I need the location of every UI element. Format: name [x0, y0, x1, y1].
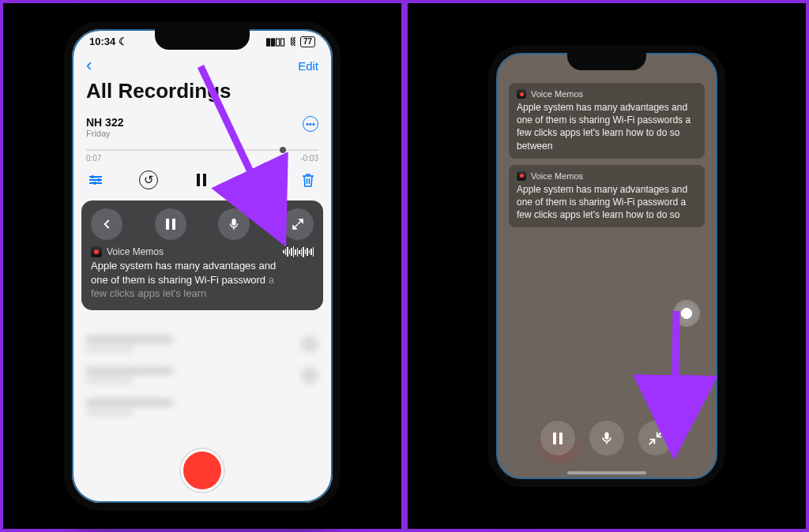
remaining-time: -0:03 [300, 154, 318, 163]
svg-rect-2 [605, 433, 609, 440]
battery-indicator: 77 [300, 36, 315, 47]
fullscreen-pause-button[interactable] [540, 421, 575, 455]
left-panel: 10:34 ☾ ▮▮▯▯ ⧛ 77 ‹ Edit All Recordings … [0, 0, 404, 532]
overlay-app-name: Voice Memos [107, 246, 164, 257]
dnd-moon-icon: ☾ [119, 36, 128, 47]
back-button[interactable]: ‹ [86, 55, 92, 76]
notch [155, 28, 250, 50]
delete-button[interactable] [301, 172, 315, 188]
overlay-pause-button[interactable] [155, 208, 186, 240]
voice-memos-app-icon [517, 89, 526, 99]
fullscreen-bottom-bar [496, 421, 717, 455]
notch [567, 51, 646, 70]
card1-app-name: Voice Memos [531, 89, 583, 99]
equalizer-button[interactable] [89, 176, 102, 184]
transcription-overlay: Voice Memos Apple system has many advant… [81, 200, 323, 310]
card2-text: Apple system has many advantages and one… [517, 183, 697, 222]
iphone-left: 10:34 ☾ ▮▮▯▯ ⧛ 77 ‹ Edit All Recordings … [64, 21, 341, 511]
waveform-icon [283, 246, 314, 257]
fullscreen-collapse-button[interactable] [638, 421, 673, 455]
transcription-card-2: Voice Memos Apple system has many advant… [509, 165, 705, 228]
page-title: All Recordings [72, 76, 333, 111]
recording-title: NH 322 [86, 116, 123, 129]
overlay-expand-button[interactable] [282, 208, 314, 240]
playback-scrubber[interactable] [86, 149, 318, 151]
playback-controls: 15 [72, 163, 333, 196]
signal-icon: ▮▮▯▯ [265, 36, 284, 47]
transcription-card-1: Voice Memos Apple system has many advant… [509, 83, 705, 159]
overlay-back-button[interactable] [91, 208, 122, 240]
card2-app-name: Voice Memos [531, 171, 583, 181]
wifi-icon: ⧛ [288, 36, 297, 47]
blurred-recordings-list [72, 310, 333, 440]
pause-button[interactable] [195, 174, 208, 186]
transcription-text: Apple system has many advantages and one… [91, 259, 314, 301]
skip-back-15-button[interactable]: 15 [139, 170, 158, 189]
overlay-mic-button[interactable] [218, 208, 250, 240]
card1-text: Apple system has many advantages and one… [517, 101, 697, 152]
right-panel: Voice Memos Apple system has many advant… [404, 0, 809, 532]
iphone-right: Voice Memos Apple system has many advant… [488, 45, 725, 487]
voice-memos-app-icon [517, 171, 526, 181]
more-options-button[interactable]: ••• [303, 116, 318, 132]
home-indicator[interactable] [567, 471, 646, 474]
status-time: 10:34 [89, 36, 115, 47]
recording-subtitle: Friday [86, 129, 123, 138]
svg-rect-0 [232, 219, 236, 225]
record-button[interactable] [181, 449, 224, 492]
elapsed-time: 0:07 [86, 154, 101, 163]
nav-bar: ‹ Edit [72, 47, 333, 76]
assistive-touch-button[interactable] [673, 300, 700, 327]
recording-item[interactable]: NH 322 Friday ••• 0:07 -0:03 [72, 111, 333, 163]
voice-memos-app-icon [91, 246, 102, 257]
skip-forward-15-button[interactable] [245, 170, 264, 189]
fullscreen-mic-button[interactable] [589, 421, 624, 455]
edit-button[interactable]: Edit [298, 59, 318, 73]
